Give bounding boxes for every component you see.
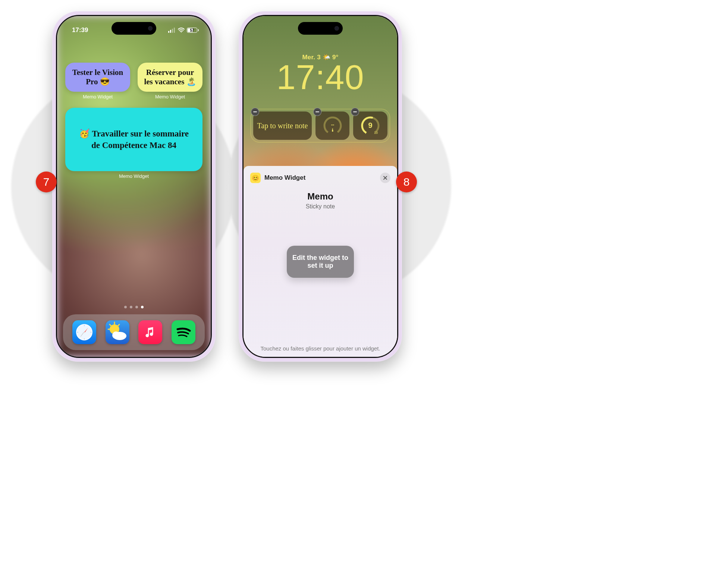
memo-widget-small-1[interactable]: Tester le Vision Pro 😎: [65, 63, 130, 92]
page-indicator[interactable]: [57, 306, 211, 308]
spotify-app-icon[interactable]: [172, 320, 195, 344]
dynamic-island: [298, 22, 343, 35]
remove-widget-button[interactable]: [313, 108, 321, 116]
svg-text:7: 7: [365, 131, 367, 135]
widget-caption: Memo Widget: [65, 173, 202, 179]
memo-app-icon: 😊: [250, 173, 261, 183]
wifi-icon: [178, 28, 185, 33]
lock-memo-widget[interactable]: Tap to write note: [253, 111, 312, 140]
phone-left: 17:39 57: [52, 11, 216, 362]
memo-widget-text: Réserver pour les vacances 🏝️: [143, 68, 197, 87]
lock-widget-shelf[interactable]: Tap to write note -- 🌡 9: [251, 109, 390, 142]
svg-text:--: --: [331, 122, 334, 128]
svg-line-13: [118, 324, 119, 326]
widget-caption: Memo Widget: [65, 94, 130, 100]
annotation-badge-7: 7: [36, 172, 57, 192]
safari-app-icon[interactable]: [72, 320, 96, 344]
sheet-title: Memo: [250, 191, 390, 202]
memo-widget-text: 🥳 Travailler sur le sommaire de Compéten…: [74, 128, 194, 151]
lock-memo-text: Tap to write note: [257, 122, 308, 130]
signal-icon: [168, 28, 175, 33]
svg-point-0: [181, 32, 182, 32]
dock: [63, 314, 205, 350]
remove-widget-button[interactable]: [251, 108, 259, 116]
lock-time[interactable]: 17:40: [244, 61, 397, 94]
annotation-badge-8: 8: [396, 172, 417, 192]
memo-widget-medium[interactable]: 🥳 Travailler sur le sommaire de Compéten…: [65, 108, 202, 171]
music-app-icon[interactable]: [138, 320, 162, 344]
widget-preview[interactable]: Edit the widget to set it up: [287, 246, 354, 278]
phone-right: Mer. 3 🌤️ 9° 17:40 Tap to write note -- …: [239, 11, 402, 362]
memo-widget-text: Tester le Vision Pro 😎: [70, 68, 125, 87]
lock-gauge-widget-1[interactable]: -- 🌡: [315, 111, 350, 140]
svg-line-12: [110, 324, 111, 326]
svg-text:9: 9: [368, 121, 373, 129]
widget-picker-sheet: 😊 Memo Widget Memo Sticky note Edit the …: [244, 166, 397, 357]
status-bar: 17:39 57: [57, 23, 211, 38]
lock-gauge-widget-2[interactable]: 9 7 10: [353, 111, 387, 140]
status-time: 17:39: [72, 26, 88, 34]
close-icon[interactable]: [380, 173, 390, 183]
sheet-subtitle: Sticky note: [250, 203, 390, 210]
memo-widget-small-2[interactable]: Réserver pour les vacances 🏝️: [138, 63, 202, 92]
widget-preview-text: Edit the widget to set it up: [287, 254, 354, 270]
sheet-app-name: Memo Widget: [264, 174, 305, 182]
sheet-hint: Touchez ou faites glisser pour ajouter u…: [250, 345, 390, 352]
weather-app-icon[interactable]: [106, 320, 129, 344]
svg-text:🌡: 🌡: [330, 128, 335, 133]
battery-pct: 57: [190, 28, 194, 32]
widget-caption: Memo Widget: [138, 94, 202, 100]
svg-point-15: [112, 331, 120, 339]
battery-icon: 57: [187, 28, 199, 33]
remove-widget-button[interactable]: [351, 108, 359, 116]
svg-text:10: 10: [374, 131, 378, 135]
